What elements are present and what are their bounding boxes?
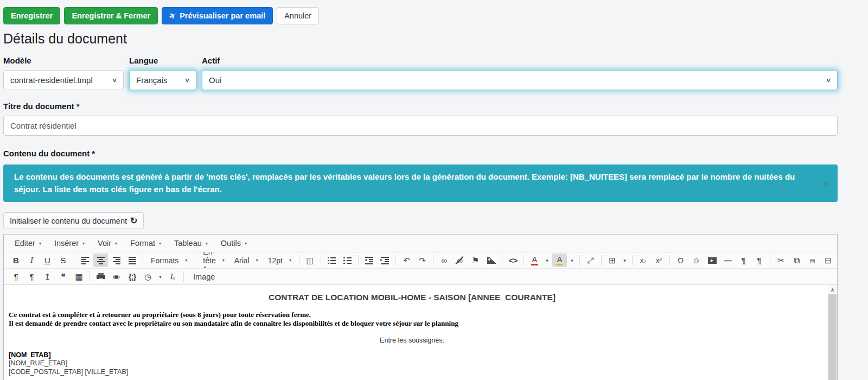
preview-email-button[interactable]: ✈ Prévisualiser par email — [162, 7, 273, 24]
italic-button[interactable]: I — [24, 254, 39, 267]
find-replace-button[interactable]: ◫ — [303, 254, 317, 267]
save-close-button[interactable]: Enregistrer & Fermer — [64, 7, 158, 24]
menu-edit[interactable]: Editer▾ — [8, 236, 48, 250]
code-sample-button[interactable]: {;} — [125, 270, 139, 283]
save-button[interactable]: Enregistrer — [3, 7, 60, 24]
align-center-button[interactable] — [93, 254, 108, 267]
toolbar-separator — [579, 255, 580, 265]
align-right-button[interactable] — [109, 254, 124, 267]
scroll-up-arrow[interactable]: ∧ — [828, 285, 837, 294]
outdent-button[interactable] — [362, 254, 376, 267]
toolbar-separator — [502, 255, 502, 265]
field-row: Modèle contrat-residentiel.tmpl ∨ Langue… — [3, 56, 838, 90]
align-justify-button[interactable] — [125, 254, 139, 267]
strikethrough-button[interactable]: S — [56, 254, 71, 267]
blockquote-button[interactable]: ❝ — [56, 270, 71, 283]
toolbar-separator — [395, 255, 396, 265]
align-justify-icon — [129, 256, 136, 264]
template-button[interactable]: ▦ — [72, 270, 86, 283]
font-size-dropdown[interactable]: 12pt▾ — [263, 254, 296, 267]
insert-datetime-button[interactable]: ◷ — [141, 270, 155, 283]
toolbar-separator — [195, 255, 195, 265]
page-break-button[interactable]: ↥ — [40, 270, 55, 283]
link-button[interactable]: ∞ — [437, 254, 451, 267]
model-field: Modèle contrat-residentiel.tmpl ∨ — [3, 56, 124, 90]
block-format-dropdown[interactable]: En-tête 1▾ — [198, 254, 229, 267]
scrollbar-thumb[interactable] — [828, 294, 837, 380]
table-button[interactable]: ⊞ — [605, 254, 620, 267]
menu-insert[interactable]: Insérer▾ — [48, 236, 91, 250]
insert-image-button[interactable] — [484, 254, 499, 267]
rtl-button[interactable]: ¶ — [752, 254, 767, 267]
close-icon[interactable]: × — [824, 178, 829, 192]
model-select[interactable]: contrat-residentiel.tmpl ∨ — [3, 70, 124, 90]
undo-button[interactable]: ↶ — [399, 254, 414, 267]
special-char-button[interactable]: Ω — [673, 254, 688, 267]
numbered-list-button[interactable] — [340, 254, 355, 267]
toolbar-separator — [74, 255, 74, 265]
source-code-button[interactable]: <> — [506, 254, 520, 267]
text-color-button[interactable]: A — [527, 254, 542, 267]
init-content-label: Initialiser le contenu du document — [10, 217, 127, 225]
fullscreen-button[interactable]: ⤢ — [583, 254, 598, 267]
menu-format[interactable]: Format▾ — [124, 236, 168, 250]
language-select[interactable]: Français ∨ — [129, 70, 196, 90]
actions-bar: Enregistrer Enregistrer & Fermer ✈ Prévi… — [3, 7, 838, 24]
init-content-button[interactable]: Initialiser le contenu du document ↻ — [3, 212, 144, 229]
paste-text-button[interactable]: ⊟ — [821, 254, 835, 267]
chevron-down-icon: ∨ — [111, 77, 117, 84]
show-blocks-button[interactable]: ¶ — [24, 270, 39, 283]
print-button[interactable] — [93, 270, 108, 283]
title-label: Titre du document * — [3, 102, 838, 111]
align-left-button[interactable] — [78, 254, 92, 267]
toolbar-separator — [524, 255, 524, 265]
subscript-button[interactable]: x₂ — [636, 254, 650, 267]
cancel-button[interactable]: Annuler — [277, 7, 319, 24]
menu-table[interactable]: Tableau▾ — [168, 236, 214, 250]
clear-formatting-button[interactable]: Iₓ — [165, 270, 180, 283]
rich-text-editor: Editer▾ Insérer▾ Voir▾ Format▾ Tableau▾ … — [3, 234, 838, 380]
background-color-caret[interactable]: ▾ — [568, 254, 576, 267]
document-etab-street: [NOM_RUE_ETAB] — [9, 359, 815, 368]
redo-button[interactable]: ↷ — [415, 254, 430, 267]
menu-tools[interactable]: Outils▾ — [214, 236, 253, 250]
image-icon — [487, 257, 496, 264]
background-color-button[interactable]: A — [552, 254, 567, 267]
toolbar-row-2: ¶ ¶ ↥ ❝ ▦ ◉ {;} ◷ ▾ Iₓ Image — [4, 269, 837, 285]
chevron-down-icon: ∨ — [184, 77, 190, 84]
indent-button[interactable] — [378, 254, 392, 267]
align-center-icon — [97, 256, 105, 264]
menu-view[interactable]: Voir▾ — [91, 236, 124, 250]
anchor-button[interactable]: ⚑ — [468, 254, 483, 267]
text-color-caret[interactable]: ▾ — [543, 254, 551, 267]
bold-button[interactable]: B — [9, 254, 23, 267]
horizontal-rule-button[interactable]: — — [720, 254, 735, 267]
toolbar-separator — [632, 255, 633, 265]
emoticons-button[interactable]: ☺ — [689, 254, 704, 267]
show-invisibles-button[interactable]: ¶ — [9, 270, 23, 283]
paste-button[interactable]: ⧈ — [805, 254, 820, 267]
image-button[interactable]: Image — [187, 273, 221, 281]
unlink-button[interactable]: ∞ — [452, 254, 467, 267]
table-caret[interactable]: ▾ — [621, 254, 629, 267]
document-title-input[interactable] — [3, 116, 838, 136]
underline-button[interactable]: U — [40, 254, 55, 267]
superscript-button[interactable]: x² — [652, 254, 666, 267]
caret-down-icon: ▾ — [82, 241, 85, 246]
bullet-list-button[interactable] — [324, 254, 339, 267]
cut-button[interactable]: ✂ — [774, 254, 788, 267]
background-color-icon: A — [556, 256, 563, 265]
datetime-caret[interactable]: ▾ — [156, 270, 164, 283]
toolbar-separator — [299, 255, 299, 265]
preview-button[interactable]: ◉ — [109, 270, 124, 283]
ltr-button[interactable]: ¶ — [736, 254, 751, 267]
formats-dropdown[interactable]: Formats▾ — [146, 254, 192, 267]
font-family-dropdown[interactable]: Arial▾ — [229, 254, 263, 267]
caret-down-icon: ▾ — [245, 241, 247, 246]
refresh-icon: ↻ — [130, 216, 137, 226]
active-select[interactable]: Oui ∨ — [202, 70, 838, 90]
editor-content[interactable]: CONTRAT DE LOCATION MOBIL-HOME - SAISON … — [4, 285, 837, 380]
editor-scrollbar[interactable]: ∧ — [828, 285, 837, 380]
media-button[interactable]: ▶ — [705, 254, 719, 267]
copy-button[interactable]: ⧉ — [789, 254, 804, 267]
